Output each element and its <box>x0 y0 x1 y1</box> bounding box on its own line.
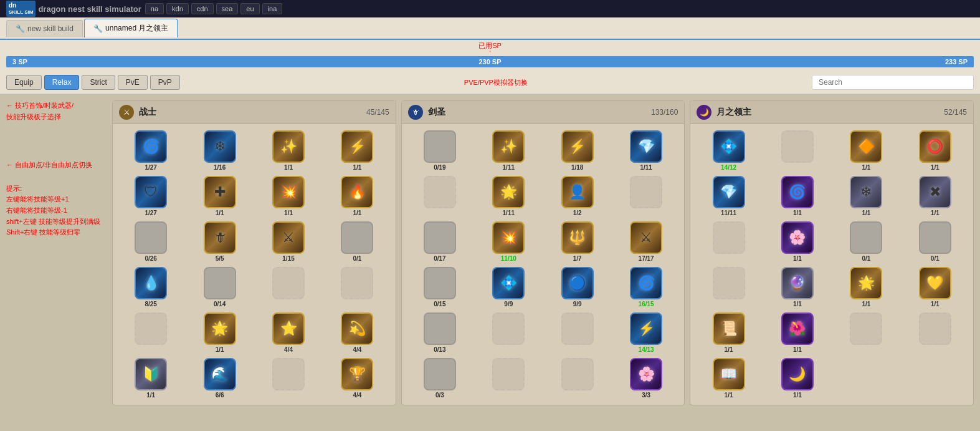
skill-icon-swordmaster-4[interactable] <box>424 176 456 208</box>
skill-icon-swordmaster-14[interactable]: 🔵 <box>561 267 594 299</box>
skill-icon-warrior-10[interactable]: ⚔ <box>272 221 305 254</box>
skill-label-moonlord-17: 1/1 <box>793 346 802 353</box>
skill-icon-moonlord-18[interactable] <box>850 312 882 345</box>
skill-icon-moonlord-19[interactable] <box>919 312 951 345</box>
skill-icon-swordmaster-12[interactable] <box>424 267 456 299</box>
server-btn-kdn[interactable]: kdn <box>166 3 189 14</box>
skill-icon-moonlord-16[interactable]: 📜 <box>713 312 745 345</box>
annotation-free-alloc: ← 自由加点/非自由加点切换 <box>6 160 106 171</box>
skill-icon-warrior-23[interactable]: 🏆 <box>341 358 373 390</box>
server-btn-ina[interactable]: ina <box>262 3 283 14</box>
server-btn-eu[interactable]: eu <box>240 3 259 14</box>
skill-symbol-moonlord-13: 🔮 <box>789 275 806 291</box>
server-btn-cdn[interactable]: cdn <box>191 3 214 14</box>
skill-icon-warrior-15[interactable] <box>341 267 373 299</box>
skill-icon-swordmaster-3[interactable]: 💎 <box>630 130 662 163</box>
skill-icon-warrior-21[interactable]: 🌊 <box>204 358 236 390</box>
skill-icon-moonlord-14[interactable]: 🌟 <box>850 267 882 299</box>
equip-button[interactable]: Equip <box>6 75 42 90</box>
pvp-button[interactable]: PvP <box>150 75 180 90</box>
skill-icon-swordmaster-22[interactable] <box>561 358 594 390</box>
skill-icon-warrior-0[interactable]: 🌀 <box>135 130 167 163</box>
skill-icon-moonlord-0[interactable]: 💠 <box>713 130 745 163</box>
skill-label-moonlord-5: 1/1 <box>793 210 802 216</box>
skill-icon-moonlord-4[interactable]: 💎 <box>713 176 745 208</box>
skill-icon-swordmaster-10[interactable]: 🔱 <box>561 221 594 254</box>
skill-icon-warrior-19[interactable]: 💫 <box>341 312 373 345</box>
skill-icon-moonlord-6[interactable]: ❄ <box>850 176 882 208</box>
skill-icon-warrior-17[interactable]: 🌟 <box>204 312 236 345</box>
skill-icon-moonlord-21[interactable]: 🌙 <box>781 358 814 390</box>
skill-slot-warrior-0: 🌀1/27 <box>135 130 167 171</box>
skill-icon-moonlord-7[interactable]: ✖ <box>919 176 951 208</box>
skill-icon-swordmaster-0[interactable] <box>424 130 456 163</box>
skill-icon-swordmaster-21[interactable] <box>492 358 525 390</box>
skill-icon-moonlord-12[interactable] <box>713 267 745 299</box>
skill-icon-warrior-1[interactable]: ❄ <box>204 130 236 163</box>
skill-icon-warrior-8[interactable] <box>135 221 167 254</box>
pve-button[interactable]: PvE <box>118 75 148 90</box>
skill-icon-swordmaster-17[interactable] <box>492 312 525 345</box>
skill-icon-moonlord-3[interactable]: ⭕ <box>919 130 951 163</box>
skill-icon-warrior-4[interactable]: 🛡 <box>135 176 167 208</box>
skill-panels: ⚔战士45/145🌀1/27❄1/16✨1/1⚡1/1🛡1/27✚1/1💥1/1… <box>112 100 974 405</box>
skill-icon-swordmaster-15[interactable]: 🌀 <box>630 267 662 299</box>
skill-icon-warrior-11[interactable] <box>341 221 373 254</box>
relax-button[interactable]: Relax <box>44 75 80 90</box>
tab-new-skill-build[interactable]: 🔧 new skill build <box>6 20 83 37</box>
skill-icon-swordmaster-6[interactable]: 👤 <box>561 176 594 208</box>
skill-icon-swordmaster-23[interactable]: 🌸 <box>630 358 662 390</box>
skill-icon-moonlord-15[interactable]: 💛 <box>919 267 951 299</box>
skill-icon-warrior-9[interactable]: 🗡 <box>204 221 236 254</box>
skill-label-swordmaster-0: 0/19 <box>434 164 445 171</box>
skill-icon-warrior-7[interactable]: 🔥 <box>341 176 373 208</box>
skill-icon-warrior-20[interactable]: 🔰 <box>135 358 167 390</box>
skill-label-warrior-8: 0/26 <box>145 255 156 262</box>
skill-icon-warrior-14[interactable] <box>272 267 305 299</box>
skill-icon-moonlord-13[interactable]: 🔮 <box>781 267 814 299</box>
skill-icon-moonlord-11[interactable] <box>919 221 951 254</box>
skill-icon-swordmaster-2[interactable]: ⚡ <box>561 130 594 163</box>
skill-icon-warrior-16[interactable] <box>135 312 167 345</box>
skill-icon-swordmaster-20[interactable] <box>424 358 456 390</box>
skill-icon-warrior-18[interactable]: ⭐ <box>272 312 305 345</box>
skill-icon-moonlord-8[interactable] <box>713 221 745 254</box>
skill-icon-swordmaster-7[interactable] <box>630 176 662 208</box>
server-btn-sea[interactable]: sea <box>216 3 239 14</box>
skill-icon-swordmaster-19[interactable]: ⚡ <box>630 312 662 345</box>
skill-icon-moonlord-20[interactable]: 📖 <box>713 358 745 390</box>
search-input[interactable] <box>812 75 974 90</box>
skill-slot-warrior-20: 🔰1/1 <box>135 358 167 399</box>
tab-unnamed[interactable]: 🔧 unnamed 月之领主 <box>84 19 178 37</box>
skill-icon-swordmaster-13[interactable]: 💠 <box>492 267 525 299</box>
skill-label-moonlord-20: 1/1 <box>725 392 733 399</box>
skill-slot-moonlord-19 <box>919 312 951 353</box>
skill-icon-warrior-3[interactable]: ⚡ <box>341 130 373 163</box>
skill-icon-swordmaster-11[interactable]: ⚔ <box>630 221 662 254</box>
skill-icon-moonlord-10[interactable] <box>850 221 882 254</box>
skill-icon-swordmaster-16[interactable] <box>424 312 456 345</box>
skill-icon-warrior-22[interactable] <box>272 358 305 390</box>
skill-icon-warrior-13[interactable] <box>204 267 236 299</box>
skill-icon-swordmaster-9[interactable]: 💥 <box>492 221 525 254</box>
skill-icon-swordmaster-5[interactable]: 🌟 <box>492 176 525 208</box>
skill-icon-warrior-2[interactable]: ✨ <box>272 130 305 163</box>
strict-button[interactable]: Strict <box>82 75 115 90</box>
skill-icon-moonlord-9[interactable]: 🌸 <box>781 221 814 254</box>
skill-icon-moonlord-1[interactable] <box>781 130 814 163</box>
skill-icon-moonlord-5[interactable]: 🌀 <box>781 176 814 208</box>
skill-symbol-warrior-9: 🗡 <box>213 230 227 246</box>
skill-icon-warrior-6[interactable]: 💥 <box>272 176 305 208</box>
skill-icon-swordmaster-8[interactable] <box>424 221 456 254</box>
skill-slot-moonlord-17: 🌺1/1 <box>781 312 814 353</box>
skill-icon-swordmaster-18[interactable] <box>561 312 594 345</box>
top-bar: dn SKILL SIM dragon nest skill simulator… <box>0 0 980 17</box>
skill-icon-warrior-12[interactable]: 💧 <box>135 267 167 299</box>
skill-icon-swordmaster-1[interactable]: ✨ <box>492 130 525 163</box>
skill-slot-swordmaster-9: 💥11/10 <box>492 221 525 262</box>
skill-icon-warrior-5[interactable]: ✚ <box>204 176 236 208</box>
skill-slot-moonlord-5: 🌀1/1 <box>781 176 814 216</box>
skill-icon-moonlord-17[interactable]: 🌺 <box>781 312 814 345</box>
server-btn-na[interactable]: na <box>145 3 164 14</box>
skill-icon-moonlord-2[interactable]: 🔶 <box>850 130 882 163</box>
